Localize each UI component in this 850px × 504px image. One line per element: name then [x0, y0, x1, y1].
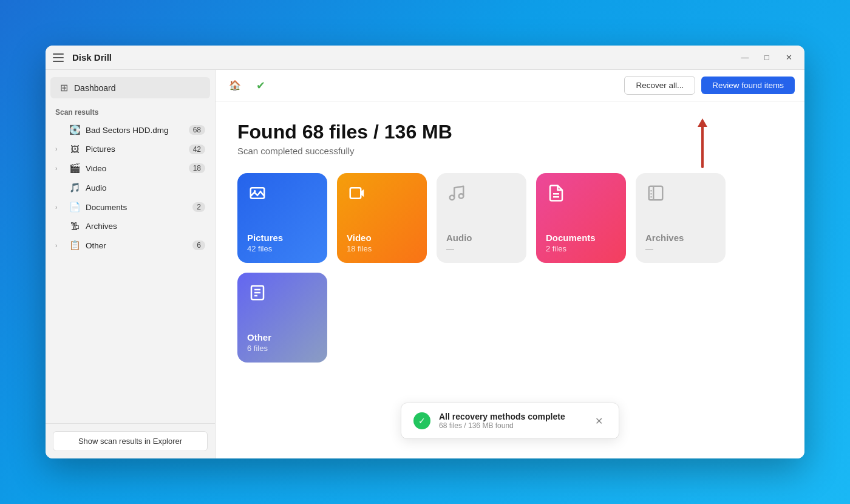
- app-window: Disk Drill — □ ✕ ⊞ Dashboard Scan result…: [46, 46, 804, 458]
- notification-subtitle: 68 files / 136 MB found: [439, 421, 583, 430]
- pictures-label: Pictures: [86, 145, 184, 154]
- notification-title: All recovery methods complete: [439, 412, 583, 421]
- other-icon: 📋: [69, 240, 81, 251]
- pictures-card-name: Pictures: [247, 233, 283, 243]
- pictures-icon: 🖼: [69, 144, 81, 154]
- chevron-right-icon: ›: [55, 242, 64, 249]
- file-card-archives[interactable]: Archives —: [636, 173, 726, 263]
- file-card-other[interactable]: Other 6 files: [237, 273, 327, 363]
- audio-card-count: —: [446, 244, 454, 253]
- archives-card-icon: [647, 184, 665, 206]
- documents-icon: 📄: [69, 202, 81, 213]
- archives-card-name: Archives: [645, 233, 684, 243]
- file-card-audio[interactable]: Audio —: [437, 173, 526, 263]
- video-icon: 🎬: [69, 163, 81, 174]
- arrow-shaft: [701, 126, 704, 168]
- content-area: Found 68 files / 136 MB Scan completed s…: [216, 101, 804, 458]
- pictures-card-icon: [248, 184, 267, 206]
- audio-label: Audio: [86, 183, 205, 192]
- drive-icon: 💽: [69, 124, 81, 135]
- audio-card-name: Audio: [446, 233, 472, 243]
- svg-point-10: [650, 190, 652, 192]
- archives-card-count: —: [645, 244, 653, 253]
- notification-close-button[interactable]: ✕: [591, 414, 607, 428]
- chevron-right-icon: ›: [55, 204, 64, 211]
- file-cards-container: Pictures 42 files Video 18 files: [237, 173, 783, 363]
- other-card-icon: [248, 284, 267, 306]
- review-found-items-button[interactable]: Review found items: [701, 77, 795, 94]
- grid-icon: ⊞: [60, 82, 68, 94]
- chevron-right-icon: ›: [55, 146, 64, 152]
- dashboard-label: Dashboard: [74, 83, 116, 93]
- sidebar-footer: Show scan results in Explorer: [46, 423, 215, 458]
- sidebar-item-documents[interactable]: › 📄 Documents 2: [46, 197, 215, 217]
- sidebar-nav: ⊞ Dashboard Scan results 💽 Bad Sectors H…: [46, 70, 215, 260]
- bad-sectors-label: Bad Sectors HDD.dmg: [86, 126, 184, 135]
- titlebar: Disk Drill — □ ✕: [46, 46, 804, 70]
- video-card-count: 18 files: [347, 244, 372, 253]
- svg-rect-2: [350, 188, 361, 199]
- window-controls: — □ ✕: [736, 49, 797, 66]
- maximize-button[interactable]: □: [758, 49, 775, 66]
- show-explorer-button[interactable]: Show scan results in Explorer: [53, 431, 208, 451]
- bad-sectors-count: 68: [189, 125, 205, 135]
- video-count: 18: [189, 163, 205, 173]
- other-label: Other: [86, 241, 188, 250]
- svg-point-4: [450, 196, 455, 200]
- audio-card-icon: [447, 184, 466, 206]
- arrow-annotation: [698, 118, 707, 168]
- pictures-count: 42: [189, 145, 205, 154]
- svg-point-11: [650, 193, 652, 195]
- documents-card-count: 2 files: [546, 244, 566, 253]
- close-button[interactable]: ✕: [780, 49, 797, 66]
- sidebar-item-audio[interactable]: 🎵 Audio: [46, 178, 215, 197]
- documents-card-name: Documents: [546, 233, 596, 243]
- audio-icon: 🎵: [69, 182, 81, 193]
- menu-button[interactable]: [53, 51, 66, 64]
- minimize-button[interactable]: —: [736, 49, 753, 66]
- archives-icon: 🗜: [69, 221, 81, 231]
- other-card-count: 6 files: [247, 344, 268, 353]
- video-label: Video: [86, 164, 184, 173]
- sidebar-item-pictures[interactable]: › 🖼 Pictures 42: [46, 140, 215, 158]
- notification-text: All recovery methods complete 68 files /…: [439, 412, 583, 430]
- sidebar-item-bad-sectors[interactable]: 💽 Bad Sectors HDD.dmg 68: [46, 120, 215, 140]
- documents-label: Documents: [86, 203, 188, 212]
- toolbar: 🏠 ✔ Recover all... Review found items: [216, 70, 804, 101]
- file-card-documents[interactable]: Documents 2 files: [536, 173, 626, 263]
- file-card-video[interactable]: Video 18 files: [337, 173, 427, 263]
- scan-results-heading: Scan results: [46, 101, 215, 120]
- pictures-card-count: 42 files: [247, 244, 272, 253]
- notification-bar: ✓ All recovery methods complete 68 files…: [401, 403, 619, 439]
- sidebar: ⊞ Dashboard Scan results 💽 Bad Sectors H…: [46, 70, 216, 458]
- app-title: Disk Drill: [72, 52, 736, 63]
- video-card-name: Video: [347, 233, 372, 243]
- sidebar-item-other[interactable]: › 📋 Other 6: [46, 236, 215, 255]
- main-content: 🏠 ✔ Recover all... Review found items Fo…: [216, 70, 804, 458]
- svg-rect-8: [649, 186, 663, 200]
- recover-all-button[interactable]: Recover all...: [624, 76, 695, 95]
- svg-point-5: [459, 194, 464, 199]
- body-area: ⊞ Dashboard Scan results 💽 Bad Sectors H…: [46, 70, 804, 458]
- documents-count: 2: [192, 202, 205, 212]
- chevron-right-icon: ›: [55, 165, 64, 172]
- status-check-button[interactable]: ✔: [251, 76, 270, 95]
- video-card-icon: [348, 184, 366, 206]
- svg-point-12: [650, 196, 652, 198]
- other-card-name: Other: [247, 332, 271, 342]
- file-card-pictures[interactable]: Pictures 42 files: [237, 173, 327, 263]
- other-count: 6: [192, 240, 205, 250]
- sidebar-item-archives[interactable]: 🗜 Archives: [46, 217, 215, 236]
- archives-label: Archives: [86, 222, 205, 231]
- sidebar-item-video[interactable]: › 🎬 Video 18: [46, 158, 215, 178]
- notification-success-icon: ✓: [413, 412, 430, 429]
- home-button[interactable]: 🏠: [225, 76, 245, 95]
- sidebar-item-dashboard[interactable]: ⊞ Dashboard: [50, 77, 210, 98]
- documents-card-icon: [547, 184, 565, 206]
